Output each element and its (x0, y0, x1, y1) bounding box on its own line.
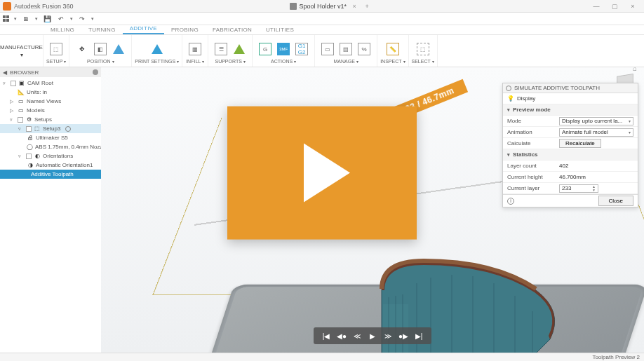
save-icon[interactable]: 💾 (42, 14, 52, 24)
context-tab-row: MILLING TURNING ADDITIVE PROBING FABRICA… (0, 25, 644, 35)
models-icon: ▭ (18, 107, 25, 114)
gear-icon (506, 86, 511, 91)
ribbon-group-setup[interactable]: ⬚ SETUP▾ (43, 35, 69, 67)
current-layer-input[interactable]: 233 ▲▼ (559, 184, 598, 193)
panel-section-statistics[interactable]: ▾ Statistics (503, 149, 638, 161)
ribbon-group-print-settings[interactable]: PRINT SETTINGS▾ (132, 35, 182, 67)
chevron-down-icon: ▾ (507, 107, 510, 113)
file-icon[interactable]: 🗎 (21, 14, 31, 24)
setup-icon: ⬚ (48, 41, 65, 57)
panel-row-display[interactable]: 💡 Display (503, 93, 638, 104)
manage-2-icon: ▤ (337, 41, 354, 57)
document-icon (290, 3, 297, 10)
tab-additive[interactable]: ADDITIVE (123, 25, 164, 34)
print-settings-icon (149, 41, 166, 57)
browser-options-icon[interactable] (93, 69, 98, 75)
quick-access-bar: ▾ 🗎▾ 💾 ↶▾ ↷▾ (0, 13, 644, 25)
tree-units[interactable]: 📐Units: in (0, 88, 101, 97)
video-play-overlay[interactable] (227, 106, 417, 239)
panel-row-current-height: Current height 46.700mm (503, 172, 638, 183)
panel-row-mode: Mode Display upto current la...▾ (503, 116, 638, 127)
tree-printer[interactable]: 🖨Ultimaker S5 (0, 133, 101, 142)
simulate-panel: SIMULATE ADDITIVE TOOLPATH 💡 Display ▾ P… (502, 83, 638, 207)
tree-named-views[interactable]: ▷▭Named Views (0, 97, 101, 106)
panel-section-preview[interactable]: ▾ Preview mode (503, 104, 638, 116)
printer-icon: 🖨 (27, 135, 34, 142)
playback-controls: |◀ ◀● ≪ ▶ ≫ ●▶ ▶| (314, 327, 431, 344)
manage-3-icon: % (356, 41, 373, 57)
browser-header[interactable]: ◀ BROWSER (0, 67, 101, 77)
chevron-down-icon: ▾ (20, 52, 23, 58)
manage-1-icon: ▭ (319, 41, 336, 57)
auto-orient-icon: ◑ (27, 162, 34, 169)
tree-models[interactable]: ▷▭Models (0, 106, 101, 115)
maximize-button[interactable]: ▢ (606, 1, 623, 11)
infill-icon: ▦ (187, 41, 203, 57)
supports-bar-icon: ☰ (213, 41, 229, 57)
step-back-frame-icon[interactable]: ◀● (336, 330, 347, 341)
mode-select[interactable]: Display upto current la...▾ (559, 117, 633, 125)
current-height-value: 46.700mm (559, 174, 633, 180)
workspace-label: MANUFACTURE (0, 44, 43, 50)
panel-header[interactable]: SIMULATE ADDITIVE TOOLPATH (503, 83, 638, 93)
apps-grid-icon[interactable] (3, 15, 10, 22)
tree-setups[interactable]: ▿⚙Setups (0, 115, 101, 124)
tab-utilities[interactable]: UTILITIES (259, 27, 301, 34)
tree-orientations[interactable]: ▿◐Orientations (0, 151, 101, 161)
close-button[interactable]: Close (598, 196, 633, 206)
panel-row-current-layer: Current layer 233 ▲▼ (503, 183, 638, 194)
ribbon-group-inspect[interactable]: 📏 INSPECT▾ (377, 35, 408, 67)
undo-icon[interactable]: ↶ (56, 14, 66, 24)
step-forward-frame-icon[interactable]: ●▶ (398, 330, 409, 341)
animation-select[interactable]: Animate full model▾ (559, 128, 633, 137)
redo-icon[interactable]: ↷ (77, 14, 87, 24)
play-triangle-icon (304, 143, 350, 202)
tab-milling[interactable]: MILLING (43, 27, 81, 34)
app-name: Autodesk Fusion 360 (14, 3, 74, 10)
ribbon-group-infill[interactable]: ▦ INFILL▾ (182, 35, 208, 67)
recalculate-button[interactable]: Recalculate (559, 139, 601, 148)
panel-row-calculate: Calculate Recalculate (503, 138, 638, 149)
orient-icon (110, 41, 127, 57)
simulate-icon: 3MF (275, 41, 292, 57)
ribbon-group-supports[interactable]: ☰ SUPPORTS▾ (208, 35, 253, 67)
tab-probing[interactable]: PROBING (164, 27, 206, 34)
browser-panel: ◀ BROWSER ▿▣CAM Root 📐Units: in ▷▭Named … (0, 67, 101, 353)
tree-setup3[interactable]: ▿⬚Setup3 (0, 124, 101, 133)
inspect-icon: 📏 (384, 41, 401, 57)
move-icon: ✥ (74, 41, 90, 57)
close-tab-icon[interactable]: × (349, 1, 359, 11)
tree-additive-toolpath[interactable]: Additive Toolpath (0, 170, 101, 179)
active-setup-radio[interactable] (65, 126, 71, 132)
ribbon-group-actions[interactable]: G 3MF G1G2 ACTIONS▾ (253, 35, 315, 67)
spin-down-icon[interactable]: ▼ (592, 189, 596, 192)
play-icon[interactable]: ▶ (367, 330, 378, 341)
chevron-down-icon: ▾ (507, 152, 510, 158)
browser-title: BROWSER (10, 69, 39, 76)
tree-auto-orientation[interactable]: ◑Automatic Orientation1 (0, 161, 101, 170)
home-view-icon[interactable]: ⌂ (633, 67, 637, 72)
skip-start-icon[interactable]: |◀ (321, 330, 332, 341)
place-icon: ◧ (92, 41, 109, 57)
ribbon-group-manage[interactable]: ▭ ▤ % MANAGE▾ (315, 35, 377, 67)
panel-title: SIMULATE ADDITIVE TOOLPATH (514, 85, 600, 91)
post-icon: G1G2 (293, 41, 310, 57)
setup-icon: ⬚ (34, 125, 41, 132)
minimize-button[interactable]: — (588, 1, 605, 11)
tab-fabrication[interactable]: FABRICATION (206, 27, 259, 34)
root-icon: ▣ (18, 80, 25, 87)
skip-end-icon[interactable]: ▶| (413, 330, 424, 341)
ribbon-group-position[interactable]: ✥ ◧ POSITION▾ (69, 35, 132, 67)
tab-turning[interactable]: TURNING (81, 27, 123, 34)
close-window-button[interactable]: × (624, 1, 641, 11)
document-title: Spool Holder v1* (300, 3, 347, 10)
fast-forward-icon[interactable]: ≫ (382, 330, 394, 341)
views-icon: ▭ (18, 98, 25, 105)
rewind-icon[interactable]: ≪ (351, 330, 363, 341)
tree-cam-root[interactable]: ▿▣CAM Root (0, 79, 101, 88)
ribbon-group-select[interactable]: ⬚ SELECT▾ (409, 35, 438, 67)
tree-material[interactable]: ◯ABS 1.75mm, 0.4mm Nozzle (0, 142, 101, 151)
new-tab-icon[interactable]: + (362, 1, 372, 11)
workspace-switcher[interactable]: MANUFACTURE ▾ (0, 35, 43, 67)
info-icon[interactable]: i (507, 198, 514, 205)
